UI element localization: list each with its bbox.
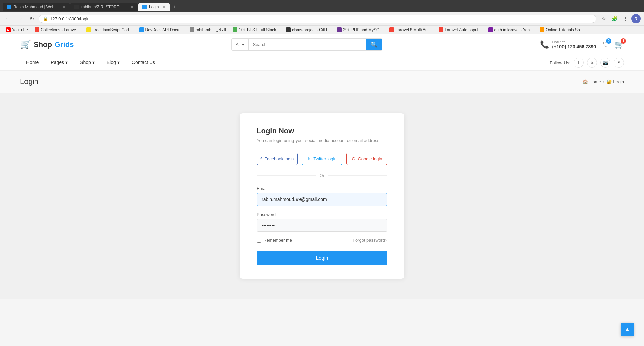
google-btn-label: Google login [358, 156, 382, 161]
tab-3[interactable]: Login ✕ [138, 3, 170, 11]
search-button[interactable]: 🔍 [366, 39, 382, 50]
forgot-password-link[interactable]: Forgot password? [353, 238, 387, 243]
nav-item-pages[interactable]: Pages ▾ [45, 55, 74, 70]
site-logo[interactable]: 🛒 ShopGrids [20, 39, 74, 50]
search-input[interactable] [249, 39, 366, 50]
bookmark-collections[interactable]: Collections - Larave... [32, 27, 82, 33]
tab3-close[interactable]: ✕ [163, 5, 166, 9]
home-breadcrumb-icon: 🏠 [583, 79, 588, 84]
tab-2[interactable]: rabihmh/ZIR_STORE: Multi vend... ✕ [70, 3, 138, 11]
bookmark-fullstack-favicon [233, 27, 237, 32]
google-login-button[interactable]: G Google login [346, 153, 387, 165]
bookmark-php-label: 39+ PHP and MySQ... [343, 27, 383, 32]
login-submit-button[interactable]: Login [257, 251, 387, 265]
bookmark-rabih[interactable]: rabih-mh ...الجلال [187, 27, 229, 33]
nav-item-home[interactable]: Home [20, 55, 45, 70]
profile-avatar[interactable]: R [631, 14, 641, 23]
bookmark-laravel[interactable]: Laravel 8 Multi Aut... [387, 27, 435, 33]
search-category-dropdown[interactable]: All ▾ [232, 39, 249, 50]
tab3-favicon [142, 5, 147, 9]
bookmark-laravel-auto-favicon [439, 27, 443, 32]
tab2-close[interactable]: ✕ [130, 5, 133, 9]
bookmark-php-favicon [337, 27, 342, 32]
bookmark-tutorials-label: Online Tutorials So... [546, 27, 583, 32]
nav-shop-label: Shop [80, 60, 91, 65]
or-divider: Or [257, 173, 387, 178]
divider-line-left [257, 175, 316, 176]
shop-chevron-icon: ▾ [92, 60, 95, 65]
bookmark-collections-label: Collections - Larave... [41, 27, 79, 32]
chevron-down-icon: ▾ [242, 42, 244, 47]
lock-icon: 🔒 [43, 16, 48, 21]
twitter-social-icon[interactable]: 𝕏 [587, 58, 597, 68]
bookmark-youtube[interactable]: ▶ YouTube [3, 27, 31, 33]
instagram-social-icon[interactable]: 📷 [600, 58, 610, 68]
email-field[interactable] [257, 193, 387, 206]
nav-blog-label: Blog [107, 60, 116, 65]
remember-me-label[interactable]: Remember me [257, 238, 292, 243]
header-right: 📞 Hotline: (+100) 123 456 7890 ♡ 0 🛒 1 [540, 40, 624, 49]
breadcrumb-separator: › [603, 79, 604, 84]
nav-item-contact[interactable]: Contact Us [126, 55, 161, 70]
reload-button[interactable]: ↻ [28, 14, 36, 23]
password-field[interactable] [257, 219, 387, 232]
nav-item-blog[interactable]: Blog ▾ [101, 55, 126, 70]
facebook-btn-label: Facebook login [264, 156, 294, 161]
google-btn-icon: G [352, 156, 355, 161]
bookmark-auth[interactable]: auth in laravel - Yah... [486, 27, 536, 33]
back-button[interactable]: ← [3, 14, 13, 23]
bookmark-laravel-favicon [389, 27, 394, 32]
forward-button[interactable]: → [15, 14, 25, 23]
bookmark-youtube-label: YouTube [12, 27, 28, 32]
bookmark-php[interactable]: 39+ PHP and MySQ... [334, 27, 385, 33]
address-bar[interactable]: 🔒 127.0.0.1:8000/login [39, 15, 596, 23]
facebook-login-button[interactable]: f Facebook login [257, 153, 298, 165]
bookmark-rabih-label: rabih-mh ...الجلال [196, 27, 226, 32]
skype-social-icon[interactable]: S [614, 58, 624, 68]
extensions-icon[interactable]: 🧩 [610, 14, 619, 23]
breadcrumb-home[interactable]: 🏠 Home [583, 79, 601, 84]
cart-button[interactable]: 🛒 1 [615, 40, 624, 49]
tab2-favicon [74, 5, 79, 9]
bookmark-js-label: Free JavaScript Cod... [92, 27, 132, 32]
bookmark-fullstack[interactable]: 10+ BEST Full Stack... [230, 27, 282, 33]
search-category-label: All [236, 42, 240, 47]
bookmark-collections-favicon [35, 27, 39, 32]
divider-text: Or [320, 173, 324, 178]
nav-item-shop[interactable]: Shop ▾ [74, 55, 101, 70]
search-bar: All ▾ 🔍 [231, 38, 382, 51]
bookmark-star-icon[interactable]: ☆ [599, 14, 608, 23]
bookmark-js[interactable]: Free JavaScript Cod... [84, 27, 135, 33]
bookmark-laravel-auto[interactable]: Laravel Auto popul... [436, 27, 484, 33]
tab-1[interactable]: Rabih Mahmoud | Web Develop... ✕ [3, 3, 70, 11]
remember-me-text: Remember me [263, 238, 292, 243]
tab3-label: Login [149, 5, 159, 9]
facebook-social-icon[interactable]: f [574, 58, 584, 68]
page-title-bar: Login 🏠 Home › 🔐 Login [0, 71, 644, 93]
bookmark-dbms-favicon [286, 27, 291, 32]
remember-me-checkbox[interactable] [257, 238, 261, 243]
nav-contact-label: Contact Us [132, 60, 155, 65]
bookmark-devdocs[interactable]: DevDocs API Docu... [137, 27, 185, 33]
breadcrumb-current-label: Login [613, 79, 624, 84]
bookmark-dbms[interactable]: dbms-project - GitH... [283, 27, 333, 33]
menu-icon[interactable]: ⋮ [621, 14, 630, 23]
logo-cart-icon: 🛒 [20, 39, 31, 50]
bookmark-devdocs-favicon [139, 27, 144, 32]
browser-chrome: Rabih Mahmoud | Web Develop... ✕ rabihmh… [0, 0, 644, 34]
password-label: Password [257, 212, 387, 217]
tab1-close[interactable]: ✕ [63, 5, 66, 9]
bookmark-rabih-favicon [190, 27, 194, 32]
tab1-favicon [7, 5, 11, 9]
main-content: Login Now You can login using your socia… [0, 93, 644, 299]
new-tab-button[interactable]: + [170, 4, 179, 10]
hotline-label: Hotline: [552, 40, 596, 44]
login-card-title: Login Now [257, 127, 387, 135]
twitter-login-button[interactable]: 𝕏 Twitter login [302, 153, 342, 165]
youtube-favicon: ▶ [6, 27, 11, 32]
twitter-btn-icon: 𝕏 [307, 156, 311, 161]
wishlist-button[interactable]: ♡ 0 [603, 40, 609, 49]
site-nav: Home Pages ▾ Shop ▾ Blog ▾ Contact Us Fo… [0, 55, 644, 71]
page: 🛒 ShopGrids All ▾ 🔍 📞 Hotline: (+100) 12… [0, 34, 644, 299]
bookmark-online-tutorials[interactable]: Online Tutorials So... [537, 27, 586, 33]
